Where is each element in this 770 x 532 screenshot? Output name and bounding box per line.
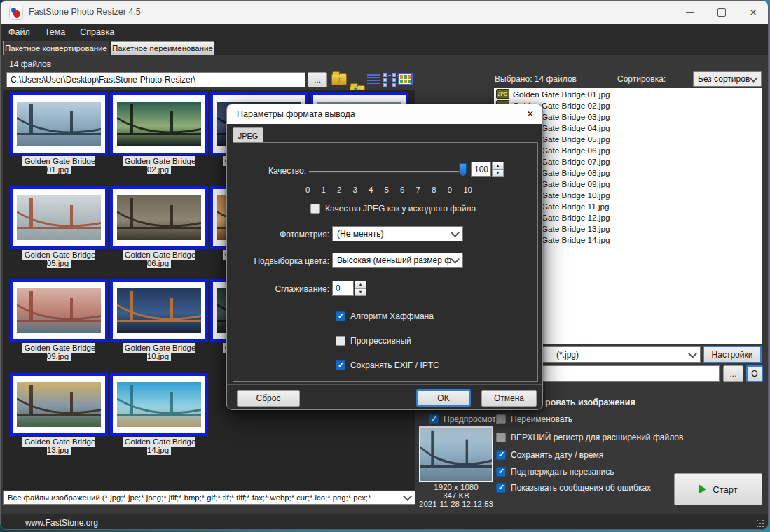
- menu-help[interactable]: Справка: [80, 27, 114, 37]
- preview-checkbox[interactable]: Предпросмотр: [429, 414, 500, 424]
- format-settings-button[interactable]: Настройки: [703, 346, 762, 363]
- checkbox-icon: [336, 360, 345, 370]
- spin-down-icon[interactable]: ▼: [492, 169, 504, 177]
- app-icon: [9, 6, 23, 20]
- checkbox-icon: [496, 483, 506, 493]
- thumbnail-cell[interactable]: [110, 279, 208, 342]
- thumbnail-image: [17, 382, 101, 427]
- tick-label: 10: [463, 186, 472, 194]
- thumbnail-filename: Golden Gate Bridge 13.jpg: [10, 438, 108, 454]
- progressive-checkbox[interactable]: Прогрессивный: [336, 336, 411, 346]
- subsampling-value: Высокая (меньший размер фай.: [337, 255, 452, 265]
- tick-label: 4: [369, 186, 373, 194]
- quality-value-input[interactable]: 100: [471, 162, 491, 177]
- thumbnail-filename: Golden Gate Bridge 05.jpg: [10, 251, 108, 267]
- smoothing-spinner[interactable]: ▲▼: [355, 281, 366, 296]
- thumbnail-image: [117, 102, 201, 146]
- bridge-silhouette-icon: [117, 288, 201, 333]
- same-quality-checkbox[interactable]: Качество JPEG как у исходного файла: [310, 204, 476, 214]
- thumbnail-cell[interactable]: [10, 186, 108, 249]
- photometry-label: Фотометрия:: [241, 230, 329, 239]
- list-item-filename: Golden Gate Bridge 01.jpg: [513, 90, 610, 99]
- cancel-button[interactable]: Отмена: [481, 390, 537, 407]
- tick-label: 5: [385, 186, 389, 194]
- tick-label: 6: [400, 186, 404, 194]
- minimize-button[interactable]: [673, 1, 706, 24]
- subsampling-select[interactable]: Высокая (меньший размер фай.: [332, 253, 463, 268]
- thumbnail-cell[interactable]: [110, 92, 208, 155]
- progressive-label: Прогрессивный: [350, 336, 411, 346]
- output-browse-button[interactable]: ...: [723, 365, 743, 382]
- bridge-silhouette-icon: [117, 102, 201, 146]
- tab-batch-rename[interactable]: Пакетное переименование: [111, 41, 214, 55]
- smoothing-input[interactable]: 0: [332, 281, 354, 296]
- chevron-down-icon: [451, 228, 460, 237]
- bridge-silhouette-icon: [17, 288, 101, 333]
- output-open-button[interactable]: O: [746, 365, 763, 382]
- resize-grip-icon[interactable]: [756, 519, 764, 528]
- file-filter-value: Все файлы изображений (*.jpg;*.jpe;*.jpe…: [8, 493, 371, 502]
- dialog-titlebar: Параметры формата вывода ✕: [227, 104, 542, 124]
- bridge-silhouette-icon: [17, 102, 101, 146]
- option-checkbox[interactable]: Сохранять дату / время: [496, 450, 603, 460]
- quality-slider-track[interactable]: [309, 171, 467, 173]
- preview-dimensions: 1920 x 1080: [411, 483, 502, 491]
- spin-up-icon[interactable]: ▲: [355, 281, 366, 288]
- maximize-button[interactable]: [706, 1, 738, 24]
- option-label: Показывать сообщения об ошибках: [511, 483, 651, 493]
- thumbnail-cell[interactable]: [110, 373, 208, 436]
- path-input[interactable]: [6, 72, 305, 88]
- play-icon: [699, 484, 706, 494]
- file-count-label: 14 файлов: [9, 59, 51, 69]
- reset-button[interactable]: Сброс: [237, 390, 300, 407]
- option-checkbox[interactable]: Переименовать: [496, 414, 572, 424]
- menu-theme[interactable]: Тема: [45, 27, 65, 37]
- folder-up-icon[interactable]: ↑: [331, 74, 347, 85]
- tab-batch-convert[interactable]: Пакетное конвертирование: [3, 41, 109, 55]
- menu-file[interactable]: Файл: [8, 27, 30, 37]
- subsampling-label: Подвыборка цвета:: [241, 256, 329, 266]
- thumbnail-cell[interactable]: [10, 279, 108, 342]
- thumbnail-image: [17, 288, 101, 333]
- quality-ticks: 012345678910: [305, 186, 472, 194]
- tabstrip: Пакетное конвертирование Пакетное переим…: [1, 41, 768, 55]
- photometry-value: (Не менять): [337, 229, 383, 239]
- checkbox-icon: [310, 204, 320, 214]
- bridge-silhouette-icon: [117, 382, 201, 427]
- browse-folder-button[interactable]: ...: [308, 72, 327, 88]
- thumbnail-cell[interactable]: [10, 92, 108, 155]
- spin-up-icon[interactable]: ▲: [492, 162, 504, 169]
- option-label: Переименовать: [511, 414, 572, 424]
- thumbnail-view-icon[interactable]: [398, 73, 413, 85]
- option-checkbox[interactable]: Показывать сообщения об ошибках: [496, 483, 651, 493]
- thumbnail-cell[interactable]: [10, 373, 108, 436]
- start-button[interactable]: Старт: [674, 473, 762, 505]
- details-view-icon[interactable]: [367, 74, 380, 84]
- dialog-tab-jpeg[interactable]: JPEG: [233, 127, 263, 143]
- statusbar-link[interactable]: www.FastStone.org: [25, 518, 98, 528]
- dialog-close-icon[interactable]: ✕: [527, 108, 534, 119]
- thumbnail-image: [117, 288, 201, 333]
- option-checkbox[interactable]: Подтверждать перезапись: [496, 467, 614, 477]
- tick-label: 9: [448, 186, 452, 194]
- option-label: Подтверждать перезапись: [511, 467, 614, 477]
- exif-checkbox[interactable]: Сохранять EXIF / IPTC: [336, 360, 439, 370]
- list-item[interactable]: JPG Golden Gate Bridge 01.jpg: [494, 88, 762, 99]
- ok-button[interactable]: OK: [416, 389, 471, 407]
- quality-spinner[interactable]: ▲▼: [492, 162, 504, 177]
- chevron-down-icon: [451, 255, 460, 264]
- spin-down-icon[interactable]: ▼: [355, 288, 366, 296]
- sort-select[interactable]: Без сортиров: [693, 71, 762, 87]
- thumbnail-filename: Golden Gate Bridge 09.jpg: [10, 344, 108, 360]
- file-filter-select[interactable]: Все файлы изображений (*.jpg;*.jpe;*.jpe…: [3, 491, 415, 505]
- thumbnail-image: [117, 195, 201, 240]
- huffman-checkbox[interactable]: Алгоритм Хаффмана: [336, 312, 434, 321]
- close-button[interactable]: ✕: [737, 1, 769, 24]
- thumbnail-filename: Golden Gate Bridge 10.jpg: [110, 344, 208, 360]
- option-checkbox[interactable]: ВЕРХНИЙ регистр для расширений файлов: [496, 433, 683, 442]
- thumbnail-filename: Golden Gate Bridge 02.jpg: [110, 157, 208, 174]
- thumbnail-cell[interactable]: [110, 186, 208, 249]
- jpg-file-icon: JPG: [496, 89, 509, 99]
- photometry-select[interactable]: (Не менять): [332, 226, 463, 241]
- tick-label: 0: [305, 186, 310, 194]
